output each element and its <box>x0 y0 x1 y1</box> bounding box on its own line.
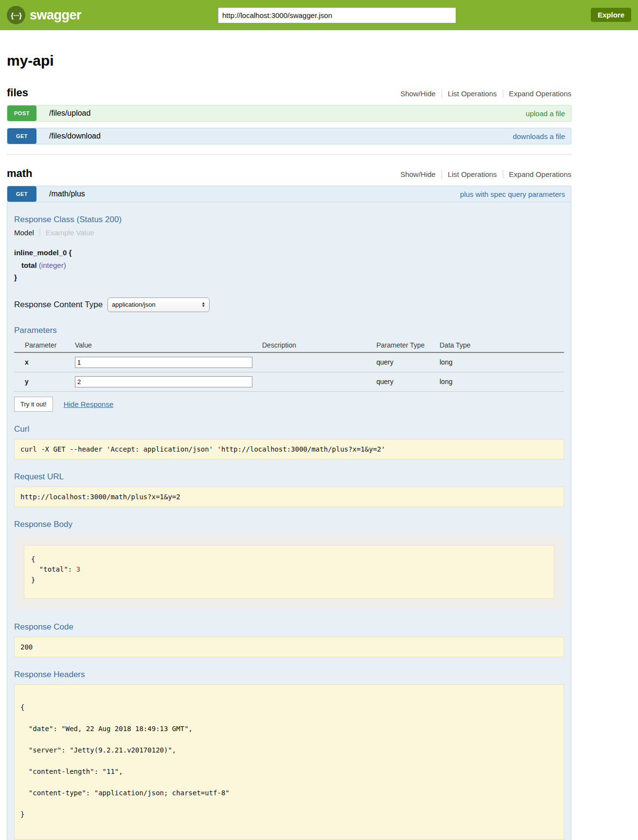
response-headers-json: { "date": "Wed, 22 Aug 2018 18:49:13 GMT… <box>14 684 564 840</box>
curly-braces-icon: {···} <box>7 6 25 24</box>
col-data-type: Data Type <box>440 339 564 352</box>
expand-operations-link[interactable]: Expand Operations <box>503 170 571 178</box>
col-description: Description <box>262 339 376 352</box>
model-field-type: (integer) <box>39 261 66 269</box>
parameters-header-row: Parameter Value Description Parameter Ty… <box>14 339 564 352</box>
swagger-logo[interactable]: {···} swagger <box>7 6 81 24</box>
endpoint-row-math-plus-get[interactable]: GET /math/plus plus with spec query para… <box>7 186 571 202</box>
model-field: total (integer) <box>14 259 564 272</box>
param-data-type: long <box>440 352 564 372</box>
section-divider <box>7 154 571 155</box>
files-section-controls: Show/Hide List Operations Expand Operati… <box>400 89 571 98</box>
spec-url-input[interactable] <box>218 7 456 23</box>
endpoint-row-files-upload[interactable]: POST /files/upload upload a file <box>7 105 571 122</box>
json-close-brace: } <box>31 575 547 586</box>
response-content-type-label: Response Content Type <box>14 300 103 310</box>
list-operations-link[interactable]: List Operations <box>442 89 503 98</box>
endpoint-path-link[interactable]: /files/download <box>49 132 101 140</box>
param-description <box>262 372 376 391</box>
select-stepper-icon: ▲▼ <box>201 302 205 308</box>
response-body-json: { "total": 3} <box>24 545 554 599</box>
model-signature: inline_model_0 { total (integer) } <box>14 246 564 284</box>
parameter-row-x: x query long <box>14 352 564 372</box>
headers-line: "content-type": "application/json; chars… <box>20 789 558 797</box>
post-method-badge: POST <box>7 105 36 121</box>
curl-command: curl -X GET --header 'Accept: applicatio… <box>14 439 564 459</box>
param-y-input[interactable] <box>75 376 252 387</box>
show-hide-link[interactable]: Show/Hide <box>400 170 442 178</box>
header-bar: {···} swagger Explore <box>0 0 638 30</box>
endpoint-path-link[interactable]: /math/plus <box>49 190 85 198</box>
main-content: my-api files Show/Hide List Operations E… <box>7 52 571 840</box>
endpoint-row-files-download[interactable]: GET /files/download downloads a file <box>7 128 571 144</box>
response-content-type-select[interactable]: application/json ▲▼ <box>107 298 210 312</box>
files-section-title: files <box>7 87 28 99</box>
endpoint-summary-link[interactable]: plus with spec query parameters <box>460 190 565 198</box>
model-tabs: Model Example Value <box>14 228 564 237</box>
get-method-badge: GET <box>7 128 36 144</box>
model-close: } <box>14 271 564 284</box>
get-method-badge: GET <box>7 186 36 202</box>
response-content-type-row: Response Content Type application/json ▲… <box>14 298 564 312</box>
response-body-wrapper: { "total": 3} <box>14 534 564 610</box>
operation-panel: Response Class (Status 200) Model Exampl… <box>7 202 571 840</box>
math-section-title: math <box>7 167 33 180</box>
json-number-value: 3 <box>76 565 80 573</box>
headers-line: } <box>20 811 558 818</box>
request-url-heading: Request URL <box>14 472 564 482</box>
model-field-name: total <box>21 261 37 269</box>
list-operations-link[interactable]: List Operations <box>442 170 503 178</box>
headers-line: "content-length": "11", <box>20 768 558 775</box>
math-section-header: math Show/Hide List Operations Expand Op… <box>7 167 571 180</box>
tab-model[interactable]: Model <box>14 228 40 237</box>
endpoint-summary-link[interactable]: downloads a file <box>513 132 565 140</box>
files-section-header: files Show/Hide List Operations Expand O… <box>7 87 571 99</box>
parameters-heading: Parameters <box>14 326 564 335</box>
response-code-heading: Response Code <box>14 622 564 632</box>
response-class-heading: Response Class (Status 200) <box>14 215 564 225</box>
logo-text: swagger <box>30 8 81 23</box>
endpoint-summary-link[interactable]: upload a file <box>526 109 565 118</box>
json-total-line: "total": 3 <box>31 564 547 575</box>
response-code-value: 200 <box>14 637 564 657</box>
param-x-input[interactable] <box>75 357 252 368</box>
headers-line: "server": "Jetty(9.2.21.v20170120)", <box>20 747 558 754</box>
hide-response-link[interactable]: Hide Response <box>64 400 114 408</box>
param-data-type: long <box>440 372 564 391</box>
parameter-row-y: y query long <box>14 372 564 391</box>
param-type: query <box>376 352 440 372</box>
col-parameter: Parameter <box>14 339 75 352</box>
model-open: inline_model_0 { <box>14 246 564 259</box>
param-name: y <box>14 372 75 391</box>
explore-button[interactable]: Explore <box>591 8 631 22</box>
parameters-table: Parameter Value Description Parameter Ty… <box>14 339 564 392</box>
json-open-brace: { <box>31 554 547 565</box>
response-body-heading: Response Body <box>14 520 564 529</box>
headers-line: { <box>20 704 558 711</box>
selected-content-type: application/json <box>112 301 156 308</box>
response-headers-heading: Response Headers <box>14 670 564 680</box>
tab-example-value[interactable]: Example Value <box>40 228 94 237</box>
param-description <box>262 352 376 372</box>
param-type: query <box>376 372 440 391</box>
json-key: "total": <box>31 565 76 573</box>
col-value: Value <box>75 339 262 352</box>
request-url-value: http://localhost:3000/math/plus?x=1&y=2 <box>14 487 564 507</box>
try-it-out-button[interactable]: Try it out! <box>14 397 53 412</box>
headers-line: "date": "Wed, 22 Aug 2018 18:49:13 GMT", <box>20 725 558 733</box>
endpoint-path-link[interactable]: /files/upload <box>49 109 90 118</box>
param-name: x <box>14 352 75 372</box>
col-parameter-type: Parameter Type <box>376 339 440 352</box>
math-section-controls: Show/Hide List Operations Expand Operati… <box>400 170 571 178</box>
expand-operations-link[interactable]: Expand Operations <box>503 89 571 98</box>
show-hide-link[interactable]: Show/Hide <box>400 89 442 98</box>
curl-heading: Curl <box>14 424 564 434</box>
page-title: my-api <box>7 52 571 69</box>
try-row: Try it out! Hide Response <box>14 397 564 412</box>
